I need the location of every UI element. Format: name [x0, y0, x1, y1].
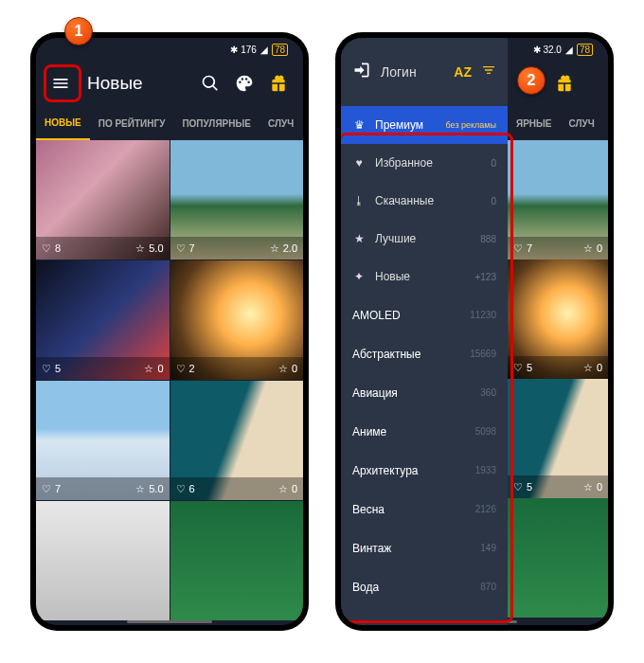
- gift-icon[interactable]: [261, 66, 295, 100]
- wallpaper-thumb[interactable]: [508, 498, 608, 618]
- drawer-item-new[interactable]: ✦ Новые+123: [341, 258, 508, 296]
- tab-random[interactable]: СЛУЧ: [561, 106, 603, 140]
- palette-icon[interactable]: [227, 66, 261, 100]
- tab-random[interactable]: СЛУЧ: [259, 106, 302, 140]
- search-icon[interactable]: [193, 66, 227, 100]
- tab-popular[interactable]: ПОПУЛЯРНЫЕ: [173, 106, 259, 140]
- wallpaper-thumb[interactable]: ♡5☆0: [36, 260, 170, 380]
- category-item[interactable]: Архитектура1933: [341, 451, 508, 490]
- tab-new[interactable]: НОВЫЕ: [36, 106, 90, 140]
- appbar: Новые: [36, 61, 303, 106]
- filter-icon[interactable]: [481, 63, 496, 81]
- screen: 03:52 ✱ 32.0 ◢ 78 ЯРНЫЕ СЛУЧ: [341, 38, 608, 625]
- category-item[interactable]: Вода870: [341, 567, 508, 606]
- wallpaper-thumb[interactable]: ♡7☆5.0: [36, 381, 170, 500]
- category-item[interactable]: AMOLED11230: [341, 296, 508, 334]
- tabs: НОВЫЕ ПО РЕЙТИНГУ ПОПУЛЯРНЫЕ СЛУЧ: [36, 106, 303, 140]
- annotation-callout-2: 2: [517, 66, 546, 95]
- drawer-item-downloads[interactable]: ⭳ Скачанные0: [341, 182, 508, 220]
- nav-handle[interactable]: [127, 620, 212, 623]
- wallpaper-grid: ♡8☆5.0 ♡7☆2.0 ♡5☆0 ♡2☆0 ♡7☆5.0 ♡6☆0: [36, 140, 303, 620]
- login-icon[interactable]: [352, 61, 371, 83]
- login-button[interactable]: Логин: [381, 64, 417, 80]
- wallpaper-thumb[interactable]: ♡7☆2.0: [170, 140, 304, 260]
- wallpaper-thumb[interactable]: ♡7☆0: [508, 140, 608, 260]
- tab-rating[interactable]: ПО РЕЙТИНГУ: [90, 106, 174, 140]
- page-title: Новые: [87, 73, 193, 94]
- tab-popular[interactable]: ЯРНЫЕ: [508, 106, 561, 140]
- sort-az-button[interactable]: AZ: [454, 64, 472, 80]
- category-item[interactable]: Аниме5098: [341, 412, 508, 451]
- category-item[interactable]: Винтаж149: [341, 529, 508, 567]
- screen: ✱ 176 ◢ 78 Новые НОВЫЕ ПО РЕЙТИНГУ ПОПУЛ…: [36, 38, 303, 625]
- category-item[interactable]: Абстрактные15669: [341, 334, 508, 373]
- status-speed: ✱ 176: [230, 45, 256, 55]
- wallpaper-thumb[interactable]: ♡5☆0: [508, 379, 608, 498]
- battery-icon: 78: [272, 44, 288, 56]
- wallpaper-thumb[interactable]: ♡8☆5.0: [36, 140, 170, 260]
- category-item[interactable]: Весна2126: [341, 490, 508, 529]
- phone-right: 03:52 ✱ 32.0 ◢ 78 ЯРНЫЕ СЛУЧ: [335, 32, 614, 631]
- annotation-callout-1: 1: [64, 17, 93, 45]
- wallpaper-thumb[interactable]: ♡5☆0: [508, 260, 608, 379]
- menu-icon[interactable]: [44, 66, 78, 100]
- category-item[interactable]: Авиация360: [341, 373, 508, 412]
- wallpaper-thumb[interactable]: [170, 501, 304, 620]
- drawer-item-premium[interactable]: ♛ Премиум без рекламы: [341, 106, 508, 144]
- nav-drawer: Логин AZ ♛ Премиум без рекламы ♥ Избранн…: [341, 38, 508, 625]
- sparkle-icon: ✦: [352, 270, 366, 283]
- download-icon: ⭳: [352, 194, 366, 207]
- wallpaper-thumb[interactable]: ♡6☆0: [170, 381, 304, 500]
- phone-left: ✱ 176 ◢ 78 Новые НОВЫЕ ПО РЕЙТИНГУ ПОПУЛ…: [30, 32, 309, 631]
- drawer-header: Логин AZ: [341, 38, 508, 106]
- star-icon: ★: [352, 232, 366, 245]
- drawer-item-favorites[interactable]: ♥ Избранное0: [341, 144, 508, 182]
- status-signal: ◢: [260, 45, 268, 55]
- drawer-item-best[interactable]: ★ Лучшие888: [341, 220, 508, 258]
- heart-icon: ♥: [352, 156, 366, 170]
- wallpaper-thumb[interactable]: [36, 501, 170, 620]
- crown-icon: ♛: [352, 118, 366, 132]
- category-list: AMOLED11230 Абстрактные15669 Авиация360 …: [341, 296, 508, 606]
- gift-icon[interactable]: [547, 66, 581, 100]
- star-icon: ☆: [135, 242, 145, 255]
- wallpaper-thumb[interactable]: ♡2☆0: [170, 260, 304, 380]
- heart-icon: ♡: [42, 242, 51, 255]
